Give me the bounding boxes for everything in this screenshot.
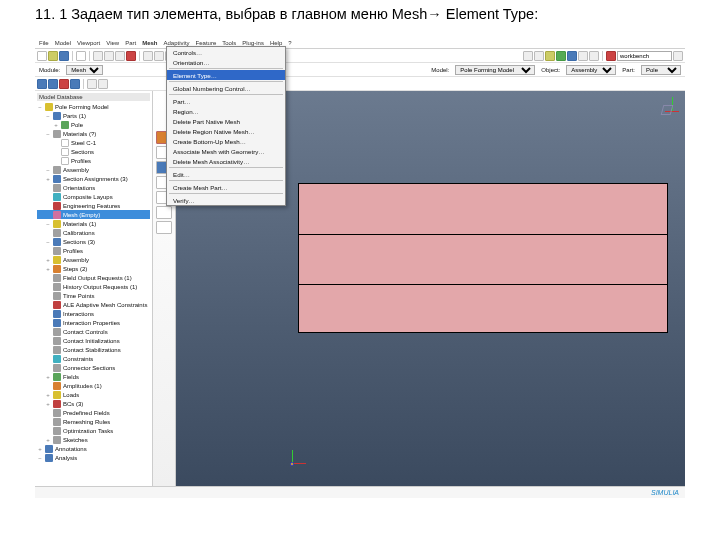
tb-view2-icon[interactable]: [154, 51, 164, 61]
tb-viewB-icon[interactable]: [534, 51, 544, 61]
tree-node-36[interactable]: Optimization Tasks: [37, 426, 150, 435]
tree-node-17[interactable]: +Assembly: [37, 255, 150, 264]
tb-viewD-icon[interactable]: [556, 51, 566, 61]
menu-item-12[interactable]: Associate Mesh with Geometry…: [167, 146, 285, 156]
mesh-dropdown-menu[interactable]: Controls…Orientation…Element Type…Global…: [166, 46, 286, 206]
menu-item-11[interactable]: Create Bottom-Up Mesh…: [167, 136, 285, 146]
menu-item-13[interactable]: Delete Mesh Associativity…: [167, 156, 285, 166]
tb-view1-icon[interactable]: [143, 51, 153, 61]
tree-node-4[interactable]: Steel C-1: [37, 138, 150, 147]
tree-node-19[interactable]: Field Output Requests (1): [37, 273, 150, 282]
tb-viewA-icon[interactable]: [523, 51, 533, 61]
toolbar-search-input[interactable]: [617, 51, 672, 61]
menu-part[interactable]: Part: [125, 40, 136, 46]
tree-node-37[interactable]: +Sketches: [37, 435, 150, 444]
tree-node-1[interactable]: −Parts (1): [37, 111, 150, 120]
view-cube-icon[interactable]: [657, 97, 679, 119]
tb2c-icon[interactable]: [59, 79, 69, 89]
tree-node-9[interactable]: Orientations: [37, 183, 150, 192]
menu-item-5[interactable]: Global Numbering Control…: [167, 83, 285, 93]
menu-model[interactable]: Model: [55, 40, 71, 46]
tree-node-26[interactable]: Contact Initializations: [37, 336, 150, 345]
tree-node-27[interactable]: Contact Stabilizations: [37, 345, 150, 354]
tree-node-8[interactable]: +Section Assignments (3): [37, 174, 150, 183]
menu-item-3[interactable]: Element Type…: [167, 70, 285, 80]
tb-rotate-icon[interactable]: [93, 51, 103, 61]
tree-node-23[interactable]: Interactions: [37, 309, 150, 318]
tree-node-22[interactable]: ALE Adaptive Mesh Constraints: [37, 300, 150, 309]
part-geometry[interactable]: [298, 183, 668, 333]
menu-item-8[interactable]: Region…: [167, 106, 285, 116]
tree-node-33[interactable]: +BCs (3): [37, 399, 150, 408]
tree-node-21[interactable]: Time Points: [37, 291, 150, 300]
tb-viewF-icon[interactable]: [578, 51, 588, 61]
tb-viewG-icon[interactable]: [589, 51, 599, 61]
tree-node-13[interactable]: −Materials (1): [37, 219, 150, 228]
tree-node-14[interactable]: Calibrations: [37, 228, 150, 237]
tree-node-29[interactable]: Connector Sections: [37, 363, 150, 372]
tree-node-2[interactable]: +Pole: [37, 120, 150, 129]
arrow-icon: →: [427, 6, 442, 22]
tb2e-icon[interactable]: [87, 79, 97, 89]
menu-item-10[interactable]: Delete Region Native Mesh…: [167, 126, 285, 136]
module-select[interactable]: Mesh: [66, 65, 103, 75]
tb-fit-icon[interactable]: [126, 51, 136, 61]
menu-view[interactable]: View: [106, 40, 119, 46]
tree-node-24[interactable]: Interaction Properties: [37, 318, 150, 327]
tb-zoom-icon[interactable]: [115, 51, 125, 61]
menu-item-19[interactable]: Verify…: [167, 195, 285, 205]
tree-node-6[interactable]: Profiles: [37, 156, 150, 165]
tree-node-3[interactable]: −Materials (?): [37, 129, 150, 138]
tree-node-20[interactable]: History Output Requests (1): [37, 282, 150, 291]
menu-item-0[interactable]: Controls…: [167, 47, 285, 57]
tree-node-35[interactable]: Remeshing Rules: [37, 417, 150, 426]
menu-item-9[interactable]: Delete Part Native Mesh: [167, 116, 285, 126]
tb-pan-icon[interactable]: [104, 51, 114, 61]
object-select[interactable]: Assembly: [566, 65, 616, 75]
menu-mesh[interactable]: Mesh: [142, 40, 157, 46]
part-select[interactable]: Pole: [641, 65, 681, 75]
tb2a-icon[interactable]: [37, 79, 47, 89]
tree-node-32[interactable]: +Loads: [37, 390, 150, 399]
tb-viewE-icon[interactable]: [567, 51, 577, 61]
tree-node-31[interactable]: Amplitudes (1): [37, 381, 150, 390]
vt-mesh6-icon[interactable]: [156, 221, 172, 234]
menu-file[interactable]: File: [39, 40, 49, 46]
vt-mesh5-icon[interactable]: [156, 206, 172, 219]
tb2f-icon[interactable]: [98, 79, 108, 89]
tree-node-15[interactable]: −Sections (3): [37, 237, 150, 246]
tb-save-icon[interactable]: [59, 51, 69, 61]
tree-node-16[interactable]: Profiles: [37, 246, 150, 255]
menu-item-7[interactable]: Part…: [167, 96, 285, 106]
tb2d-icon[interactable]: [70, 79, 80, 89]
menubar[interactable]: File Model Viewport View Part Mesh Adapt…: [35, 38, 685, 49]
tree-node-0[interactable]: −Pole Forming Model: [37, 102, 150, 111]
menu-help-icon[interactable]: ?: [288, 40, 291, 46]
tb-open-icon[interactable]: [48, 51, 58, 61]
tb2b-icon[interactable]: [48, 79, 58, 89]
tree-node-18[interactable]: +Steps (2): [37, 264, 150, 273]
tree-node-10[interactable]: Composite Layups: [37, 192, 150, 201]
model-select[interactable]: Pole Forming Model: [455, 65, 535, 75]
status-bar: SIMULIA: [35, 486, 685, 498]
menu-item-1[interactable]: Orientation…: [167, 57, 285, 67]
tb-viewC-icon[interactable]: [545, 51, 555, 61]
tb-search-icon[interactable]: [673, 51, 683, 61]
menu-item-17[interactable]: Create Mesh Part…: [167, 182, 285, 192]
tree-node-11[interactable]: Engineering Features: [37, 201, 150, 210]
menu-viewport[interactable]: Viewport: [77, 40, 100, 46]
tree-node-34[interactable]: Predefined Fields: [37, 408, 150, 417]
tree-node-5[interactable]: Sections: [37, 147, 150, 156]
tree-node-30[interactable]: +Fields: [37, 372, 150, 381]
tree-node-28[interactable]: Constraints: [37, 354, 150, 363]
tb-new-icon[interactable]: [37, 51, 47, 61]
tree-node-38[interactable]: +Annotations: [37, 444, 150, 453]
menu-item-15[interactable]: Edit…: [167, 169, 285, 179]
tree-node-12[interactable]: Mesh (Empty): [37, 210, 150, 219]
model-tree[interactable]: Model Database −Pole Forming Model−Parts…: [35, 91, 153, 486]
tb-remove-icon[interactable]: [606, 51, 616, 61]
tree-node-39[interactable]: −Analysis: [37, 453, 150, 462]
tree-node-25[interactable]: Contact Controls: [37, 327, 150, 336]
tb-print-icon[interactable]: [76, 51, 86, 61]
tree-node-7[interactable]: −Assembly: [37, 165, 150, 174]
